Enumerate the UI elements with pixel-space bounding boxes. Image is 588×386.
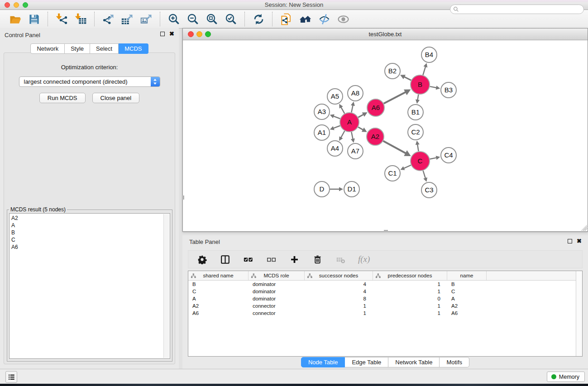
- export-table-button[interactable]: [120, 11, 135, 27]
- delete-column-button[interactable]: [312, 254, 323, 265]
- tab-select[interactable]: Select: [90, 43, 119, 54]
- criterion-select[interactable]: largest connected component (directed): [19, 76, 160, 87]
- tab-network[interactable]: Network: [30, 43, 65, 54]
- result-list-item[interactable]: B: [10, 229, 170, 236]
- home-button[interactable]: [297, 11, 313, 27]
- resize-grip-icon[interactable]: [581, 224, 587, 231]
- table-row[interactable]: Adominator80A: [188, 295, 582, 302]
- tab-style[interactable]: Style: [65, 43, 90, 54]
- close-panel-icon[interactable]: ✖: [169, 31, 174, 37]
- export-network-button[interactable]: [100, 11, 116, 27]
- edge-B-B4[interactable]: [423, 66, 425, 75]
- edge-A-A2[interactable]: [358, 127, 363, 130]
- edge-B-B1[interactable]: [417, 95, 418, 100]
- deselect-all-button[interactable]: [266, 254, 277, 265]
- import-table-button[interactable]: [73, 11, 88, 27]
- edge-A2-C[interactable]: [383, 141, 406, 154]
- graph-node-A5[interactable]: A5: [327, 89, 343, 104]
- close-panel-button[interactable]: Close panel: [92, 93, 140, 103]
- zoom-fit-button[interactable]: [204, 11, 220, 27]
- graph-node-D[interactable]: D: [314, 181, 330, 197]
- frame-resize-tick[interactable]: [384, 230, 388, 232]
- graph-node-A[interactable]: A: [340, 113, 359, 132]
- graph-node-C2[interactable]: C2: [408, 124, 423, 140]
- zoom-in-button[interactable]: [166, 11, 182, 27]
- graph-node-C1[interactable]: C1: [385, 166, 400, 181]
- graph-node-A7[interactable]: A7: [348, 143, 363, 159]
- frame-resize-tick[interactable]: [182, 195, 184, 200]
- function-builder-button[interactable]: f(x): [358, 254, 370, 265]
- edge-A-A1[interactable]: [333, 126, 340, 129]
- graph-node-C4[interactable]: C4: [441, 148, 456, 163]
- graph-node-B1[interactable]: B1: [408, 105, 423, 120]
- select-all-button[interactable]: [243, 254, 253, 265]
- table-row[interactable]: A6connector11A6: [188, 310, 582, 317]
- tab-edge-table[interactable]: Edge Table: [345, 357, 388, 367]
- column-browser-button[interactable]: [220, 254, 230, 265]
- task-history-button[interactable]: [5, 371, 17, 383]
- tab-motifs[interactable]: Motifs: [440, 357, 469, 367]
- table-scrollbar[interactable]: [576, 271, 582, 356]
- add-column-button[interactable]: [289, 254, 300, 265]
- float-table-panel-icon[interactable]: [568, 239, 572, 243]
- float-panel-icon[interactable]: [160, 32, 165, 36]
- edge-A-A3[interactable]: [333, 116, 340, 119]
- tab-node-table[interactable]: Node Table: [301, 357, 345, 367]
- edge-B-B3[interactable]: [430, 86, 437, 88]
- edge-C-C2[interactable]: [417, 144, 419, 151]
- run-mcds-button[interactable]: Run MCDS: [39, 93, 86, 103]
- column-header-0[interactable]: shared name: [188, 271, 249, 280]
- edge-C-C4[interactable]: [430, 157, 437, 159]
- tab-network-table[interactable]: Network Table: [388, 357, 440, 367]
- graph-node-B3[interactable]: B3: [441, 82, 456, 98]
- settings-gear-button[interactable]: [196, 254, 207, 265]
- open-session-button[interactable]: [7, 11, 23, 27]
- graph-node-A3[interactable]: A3: [314, 104, 330, 119]
- graph-node-A2[interactable]: A2: [367, 128, 384, 145]
- graph-node-B[interactable]: B: [411, 75, 430, 94]
- zoom-out-button[interactable]: [185, 11, 201, 27]
- table-row[interactable]: Cdominator41C: [188, 288, 582, 295]
- edge-B-B2[interactable]: [404, 76, 411, 80]
- column-header-4[interactable]: name: [447, 271, 487, 280]
- network-canvas[interactable]: B4B2BB3B1A5A8A6A3AA1A2A4A7C2C4CC1C3DD1: [183, 40, 588, 231]
- table-row[interactable]: A2connector11A2: [188, 302, 582, 310]
- export-image-button[interactable]: [139, 11, 154, 27]
- edge-A-A4[interactable]: [341, 131, 345, 138]
- graph-node-B4[interactable]: B4: [421, 47, 437, 62]
- edge-A-A6[interactable]: [358, 114, 363, 118]
- close-table-panel-icon[interactable]: ✖: [577, 238, 582, 244]
- edge-C-C1[interactable]: [403, 165, 411, 168]
- table-row[interactable]: Bdominator41B: [188, 281, 582, 288]
- graph-node-A1[interactable]: A1: [314, 125, 330, 140]
- edge-A-A5[interactable]: [341, 107, 344, 114]
- edge-A6-B[interactable]: [384, 92, 406, 103]
- graph-node-A4[interactable]: A4: [327, 141, 343, 156]
- graph-node-A8[interactable]: A8: [348, 86, 363, 101]
- graph-node-C3[interactable]: C3: [421, 182, 437, 198]
- column-header-1[interactable]: MCDS role: [249, 271, 305, 280]
- search-field[interactable]: [450, 5, 584, 14]
- graph-node-C[interactable]: C: [411, 152, 430, 171]
- column-header-3[interactable]: predecessor nodes: [373, 271, 447, 280]
- toggle-graphics-details-button[interactable]: [316, 11, 332, 27]
- column-header-2[interactable]: successor nodes: [305, 271, 373, 280]
- result-list-item[interactable]: C: [10, 236, 170, 243]
- graph-node-D1[interactable]: D1: [344, 181, 359, 197]
- graph-node-B2[interactable]: B2: [385, 63, 400, 79]
- import-network-button[interactable]: [54, 11, 69, 27]
- tab-mcds[interactable]: MCDS: [119, 43, 148, 54]
- edge-A-A8[interactable]: [351, 105, 353, 112]
- edge-A-A7[interactable]: [351, 132, 353, 139]
- search-input[interactable]: [461, 5, 583, 13]
- memory-button[interactable]: Memory: [547, 372, 585, 382]
- edge-C-C3[interactable]: [423, 171, 426, 179]
- graph-node-A6[interactable]: A6: [367, 99, 384, 116]
- network-from-selection-button[interactable]: [278, 11, 294, 27]
- network-window-titlebar[interactable]: testGlobe.txt: [183, 29, 588, 40]
- result-list-item[interactable]: A2: [10, 214, 170, 222]
- zoom-selected-button[interactable]: [223, 11, 239, 27]
- result-list-scrollbar[interactable]: [163, 214, 169, 358]
- save-session-button[interactable]: [26, 11, 42, 27]
- refresh-button[interactable]: [251, 11, 266, 27]
